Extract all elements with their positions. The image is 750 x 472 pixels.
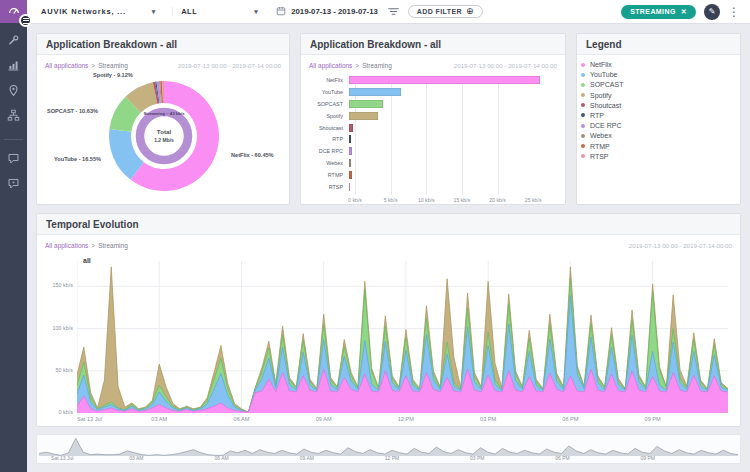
- bar-rtsp[interactable]: [349, 183, 350, 191]
- y-axis-tick-label: 100 kb/s: [45, 325, 73, 331]
- breadcrumb-all-applications-link[interactable]: All applications: [45, 242, 88, 249]
- more-menu-button[interactable]: ⋮: [728, 6, 740, 18]
- bar-row: RTMP: [309, 169, 557, 181]
- bar-spotify[interactable]: [349, 112, 378, 120]
- x-axis-tick-label: 10 kb/s: [418, 197, 435, 203]
- add-filter-button[interactable]: ADD FILTER ⊕: [408, 5, 483, 18]
- legend-item-label: NetFlix: [590, 61, 612, 68]
- sidebar-item-locations[interactable]: [7, 85, 21, 99]
- bar-shoutcast[interactable]: [349, 124, 353, 132]
- legend-item-label: RTMP: [590, 143, 610, 150]
- sitemap-icon: [7, 108, 20, 126]
- legend-item[interactable]: SOPCAST: [581, 81, 736, 88]
- bar-row: DCE RPC: [309, 145, 557, 157]
- donut-card-title: Application Breakdown - all: [37, 34, 289, 55]
- legend-item-label: RTP: [590, 112, 604, 119]
- x-axis-tick-label: 06 PM: [555, 455, 569, 461]
- legend-item[interactable]: Spotify: [581, 92, 736, 99]
- x-axis-tick-label: 0 kb/s: [348, 197, 362, 203]
- sidebar-item-support[interactable]: [7, 178, 21, 192]
- bar-webex[interactable]: [349, 159, 351, 167]
- legend-item-label: Shoutcast: [590, 102, 621, 109]
- legend-item[interactable]: NetFlix: [581, 61, 736, 68]
- legend-card: Legend NetFlixYouTubeSOPCASTSpotifyShout…: [576, 33, 741, 205]
- bar-row: RTP: [309, 133, 557, 145]
- legend-list: NetFlixYouTubeSOPCASTSpotifyShoutcastRTP…: [577, 55, 740, 169]
- filter-sliders-icon[interactable]: [388, 7, 399, 16]
- legend-color-icon: [581, 63, 585, 67]
- x-axis-tick-label: 06 PM: [562, 416, 578, 422]
- bar-category-label: RTSP: [309, 184, 349, 190]
- bar-sopcast[interactable]: [349, 100, 383, 108]
- sidebar-item-topology[interactable]: [7, 110, 21, 124]
- date-range-value: 2019-07-13 - 2019-07-13: [291, 7, 378, 16]
- bar-row: NetFlix: [309, 74, 557, 86]
- x-axis-tick-label: 03 AM: [129, 455, 143, 461]
- scope-selector[interactable]: ALL ▾: [172, 7, 258, 16]
- temporal-card-title: Temporal Evolution: [37, 214, 740, 235]
- main-content: Application Breakdown - all All applicat…: [27, 24, 750, 472]
- legend-item-label: DCE RPC: [590, 122, 622, 129]
- timeline-navigator[interactable]: Sat 13 Jul03 AM06 AM09 AM12 PM03 PM06 PM…: [36, 434, 741, 464]
- wrench-icon: [7, 33, 20, 51]
- legend-item-label: Spotify: [590, 92, 611, 99]
- bar-youtube[interactable]: [349, 88, 401, 96]
- legend-item-label: RTSP: [590, 153, 609, 160]
- org-selector[interactable]: AUVIK Networks, ... ▾: [41, 7, 156, 16]
- legend-item[interactable]: RTSP: [581, 153, 736, 160]
- sidebar-item-tools[interactable]: [7, 35, 21, 49]
- x-axis-tick-label: 03 PM: [480, 416, 496, 422]
- bar-dce-rpc[interactable]: [349, 147, 352, 155]
- topbar: AUVIK Networks, ... ▾ ALL ▾ 2019-07-13 -…: [27, 0, 750, 24]
- donut-label-spotify: Spotify - 9.12%: [93, 72, 133, 78]
- x-axis-tick-label: 09 AM: [300, 455, 314, 461]
- app-root: AUVIK Networks, ... ▾ ALL ▾ 2019-07-13 -…: [0, 0, 750, 472]
- bar-rtmp[interactable]: [349, 171, 352, 179]
- x-axis-tick-label: 03 AM: [151, 416, 167, 422]
- application-donut-chart[interactable]: Streaming – 43 kb/sTotal1.2 Mb/s Spotify…: [45, 71, 281, 205]
- legend-color-icon: [581, 93, 585, 97]
- bar-rtp[interactable]: [349, 135, 351, 143]
- legend-item[interactable]: Webex: [581, 132, 736, 139]
- sidebar-item-traffic-insights[interactable]: [7, 60, 21, 74]
- breadcrumb-all-applications-link[interactable]: All applications: [309, 62, 352, 69]
- application-bar-chart[interactable]: 0 kb/s5 kb/s10 kb/s15 kb/s20 kb/s25 kb/s…: [309, 74, 557, 208]
- x-axis-tick-label: 25 kb/s: [525, 197, 542, 203]
- legend-item[interactable]: RTMP: [581, 143, 736, 150]
- sidebar-item-chat[interactable]: [7, 153, 21, 167]
- filter-chip-streaming[interactable]: STREAMING ✕: [621, 5, 696, 19]
- bar-chart-icon: [7, 58, 20, 76]
- edit-button[interactable]: ✎: [704, 4, 720, 20]
- legend-item[interactable]: Shoutcast: [581, 102, 736, 109]
- x-axis-tick-label: 09 AM: [316, 416, 332, 422]
- donut-inner-ring-label: Streaming – 43 kb/s: [143, 111, 185, 116]
- x-axis-tick-label: 09 PM: [641, 455, 655, 461]
- temporal-evolution-chart[interactable]: all 0 kb/s50 kb/s100 kb/s150 kb/sSat 13 …: [45, 253, 732, 425]
- legend-color-icon: [581, 103, 585, 107]
- bar-card-title: Application Breakdown - all: [301, 34, 565, 55]
- map-pin-icon: [7, 83, 20, 101]
- x-axis-tick-label: Sat 13 Jul: [77, 416, 102, 422]
- donut-inner-ring[interactable]: [140, 112, 188, 160]
- legend-item-label: YouTube: [590, 71, 618, 78]
- bar-row: Spotify: [309, 110, 557, 122]
- temporal-plot-area: Sat 13 Jul03 AM06 AM09 AM12 PM03 PM06 PM…: [77, 261, 728, 413]
- breadcrumb: All applications > Streaming 2019-07-13 …: [309, 60, 557, 71]
- legend-item[interactable]: YouTube: [581, 71, 736, 78]
- legend-item[interactable]: DCE RPC: [581, 122, 736, 129]
- temporal-card: Temporal Evolution All applications > St…: [36, 213, 741, 427]
- legend-item[interactable]: RTP: [581, 112, 736, 119]
- legend-color-icon: [581, 73, 585, 77]
- x-axis-tick-label: 15 kb/s: [454, 197, 471, 203]
- sidebar-collapse-button[interactable]: [19, 14, 32, 27]
- x-axis-tick-label: 12 PM: [398, 416, 414, 422]
- date-range-picker[interactable]: 2019-07-13 - 2019-07-13: [276, 6, 378, 18]
- donut-center-value: 1.2 Mb/s: [154, 137, 174, 143]
- legend-item-label: SOPCAST: [590, 81, 623, 88]
- donut-label-netflix: NetFlix - 60.45%: [231, 152, 274, 158]
- bar-netflix[interactable]: [349, 76, 540, 84]
- legend-card-title: Legend: [577, 34, 740, 55]
- breadcrumb-all-applications-link[interactable]: All applications: [45, 62, 88, 69]
- org-selector-label: AUVIK Networks, ...: [41, 7, 126, 16]
- navigator-area: [39, 438, 738, 456]
